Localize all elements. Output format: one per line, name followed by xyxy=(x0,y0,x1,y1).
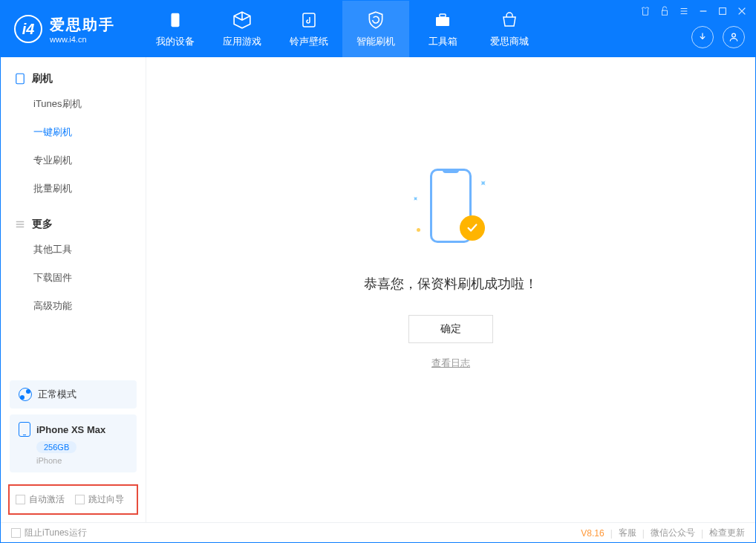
footer-link-update[interactable]: 检查更新 xyxy=(709,527,745,539)
checkbox-box xyxy=(16,495,25,504)
device-row: iPhone XS Max xyxy=(19,422,128,437)
sidebar-section-flash: 刷机 iTunes刷机 一键刷机 专业刷机 批量刷机 xyxy=(1,57,146,203)
sparkle-icon: ✦ xyxy=(477,178,489,190)
checkbox-auto-activate[interactable]: 自动激活 xyxy=(16,493,65,506)
checkbox-label: 阻止iTunes运行 xyxy=(25,527,87,539)
svg-point-6 xyxy=(732,33,736,37)
nav-tab-device[interactable]: 我的设备 xyxy=(142,1,209,57)
mode-icon xyxy=(19,388,32,401)
nav-label: 我的设备 xyxy=(156,35,195,48)
app-title: 爱思助手 xyxy=(50,15,115,35)
nav-tab-flash[interactable]: 智能刷机 xyxy=(342,1,409,57)
nav-label: 应用游戏 xyxy=(223,35,261,48)
device-name: iPhone XS Max xyxy=(36,424,105,435)
shirt-icon[interactable] xyxy=(638,5,653,17)
device-type: iPhone xyxy=(36,456,128,465)
toolbox-icon xyxy=(432,10,453,30)
device-phone-icon xyxy=(19,422,30,437)
sidebar: 刷机 iTunes刷机 一键刷机 专业刷机 批量刷机 更多 其他工具 下载固件 … xyxy=(1,57,146,522)
maximize-button[interactable] xyxy=(715,5,730,17)
sidebar-header-more: 更多 xyxy=(1,213,146,235)
svg-rect-3 xyxy=(440,14,446,17)
success-message: 恭喜您，保资料刷机成功啦！ xyxy=(364,275,538,293)
body-area: 刷机 iTunes刷机 一键刷机 专业刷机 批量刷机 更多 其他工具 下载固件 … xyxy=(1,57,755,522)
sidebar-section-more: 更多 其他工具 下载固件 高级功能 xyxy=(1,203,146,320)
nav-label: 铃声壁纸 xyxy=(290,35,328,48)
nav-tab-ringtone[interactable]: 铃声壁纸 xyxy=(276,1,342,57)
sidebar-item-download-firmware[interactable]: 下载固件 xyxy=(1,264,146,292)
svg-rect-5 xyxy=(720,8,726,15)
app-subtitle: www.i4.cn xyxy=(50,35,115,44)
download-icon[interactable] xyxy=(691,26,714,48)
footer: 阻止iTunes运行 V8.16 | 客服 | 微信公众号 | 检查更新 xyxy=(1,522,755,543)
header-right-icons xyxy=(691,26,745,48)
version-label: V8.16 xyxy=(581,528,604,539)
ok-button[interactable]: 确定 xyxy=(408,315,493,343)
mode-box[interactable]: 正常模式 xyxy=(10,380,137,409)
menu-icon[interactable] xyxy=(677,5,691,17)
nav-tabs: 我的设备 应用游戏 铃声壁纸 智能刷机 工具箱 爱思商城 xyxy=(142,1,543,57)
lock-icon[interactable] xyxy=(657,5,672,17)
sidebar-item-advanced[interactable]: 高级功能 xyxy=(1,292,146,320)
sidebar-item-pro-flash[interactable]: 专业刷机 xyxy=(1,146,146,175)
checkmark-badge-icon xyxy=(460,215,485,241)
success-illustration: ✦ ✦ xyxy=(406,165,495,254)
store-icon xyxy=(499,10,520,30)
logo-icon: i4 xyxy=(14,15,42,43)
dot-icon xyxy=(417,228,420,232)
nav-label: 工具箱 xyxy=(428,35,457,48)
nav-tab-apps[interactable]: 应用游戏 xyxy=(209,1,276,57)
window-controls xyxy=(638,5,749,17)
svg-rect-4 xyxy=(662,10,668,15)
nav-tab-toolbox[interactable]: 工具箱 xyxy=(409,1,476,57)
sidebar-header-flash: 刷机 xyxy=(1,68,146,90)
highlighted-checkbox-row: 自动激活 跳过向导 xyxy=(8,484,138,515)
sidebar-item-other-tools[interactable]: 其他工具 xyxy=(1,235,146,264)
section-title: 刷机 xyxy=(32,72,53,85)
user-icon[interactable] xyxy=(723,26,745,48)
svg-rect-1 xyxy=(303,13,315,27)
music-icon xyxy=(299,10,319,30)
logo-text: 爱思助手 www.i4.cn xyxy=(50,15,115,44)
nav-label: 爱思商城 xyxy=(490,35,529,48)
minimize-button[interactable] xyxy=(696,5,711,17)
svg-rect-0 xyxy=(172,13,180,27)
sidebar-item-batch-flash[interactable]: 批量刷机 xyxy=(1,175,146,203)
device-capacity: 256GB xyxy=(36,441,76,453)
nav-label: 智能刷机 xyxy=(356,35,395,48)
checkbox-box xyxy=(11,528,21,538)
footer-right: V8.16 | 客服 | 微信公众号 | 检查更新 xyxy=(581,527,745,539)
sparkle-icon: ✦ xyxy=(410,194,420,204)
view-log-link[interactable]: 查看日志 xyxy=(431,357,470,370)
refresh-shield-icon xyxy=(365,10,386,30)
list-icon xyxy=(14,218,26,230)
checkbox-label: 跳过向导 xyxy=(88,493,124,506)
checkbox-skip-guide[interactable]: 跳过向导 xyxy=(75,493,124,506)
svg-rect-2 xyxy=(436,17,449,26)
logo-area: i4 爱思助手 www.i4.cn xyxy=(1,15,128,44)
app-header: i4 爱思助手 www.i4.cn 我的设备 应用游戏 铃声壁纸 智能刷机 工具… xyxy=(1,1,755,57)
section-title: 更多 xyxy=(32,218,53,231)
phone-icon xyxy=(14,73,26,85)
device-icon xyxy=(165,10,186,30)
mode-label: 正常模式 xyxy=(38,388,76,401)
main-content: ✦ ✦ 恭喜您，保资料刷机成功啦！ 确定 查看日志 xyxy=(146,57,755,522)
cube-icon xyxy=(232,10,252,30)
checkbox-label: 自动激活 xyxy=(29,493,65,506)
close-button[interactable] xyxy=(734,5,749,17)
checkbox-box xyxy=(75,495,85,504)
checkbox-block-itunes[interactable]: 阻止iTunes运行 xyxy=(11,527,87,539)
nav-tab-store[interactable]: 爱思商城 xyxy=(476,1,543,57)
device-box[interactable]: iPhone XS Max 256GB iPhone xyxy=(10,414,137,472)
footer-link-support[interactable]: 客服 xyxy=(619,527,636,539)
sidebar-item-itunes-flash[interactable]: iTunes刷机 xyxy=(1,90,146,118)
footer-link-wechat[interactable]: 微信公众号 xyxy=(651,527,695,539)
sidebar-item-oneclick-flash[interactable]: 一键刷机 xyxy=(1,118,146,146)
svg-rect-7 xyxy=(16,74,25,84)
